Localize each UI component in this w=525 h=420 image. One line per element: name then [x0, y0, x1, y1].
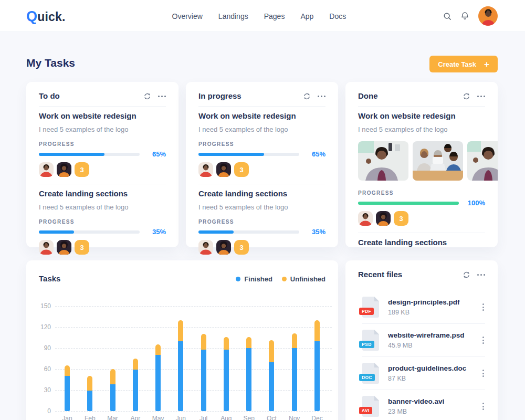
- file-row-doc[interactable]: DOC product-guidelines.doc 87 KB: [345, 357, 498, 390]
- progress-row: 100%: [358, 200, 485, 206]
- task-title: Work on website redesign: [358, 111, 485, 121]
- kebab-menu-icon[interactable]: [480, 301, 486, 313]
- bar-unfinished-apr: [133, 359, 138, 370]
- task-card[interactable]: Work on website redesign I need 5 exampl…: [345, 107, 498, 226]
- more-menu-icon[interactable]: [477, 272, 485, 278]
- main-nav: Overview Landings Pages App Docs: [172, 0, 346, 32]
- progress-label: PROGRESS: [358, 190, 485, 196]
- file-meta: product-guidelines.doc 87 KB: [388, 364, 480, 382]
- progress-percent: 65%: [307, 151, 326, 158]
- nav-item-app[interactable]: App: [300, 12, 313, 20]
- brand-logo-rest: uick.: [37, 10, 65, 24]
- avatar: [57, 240, 71, 255]
- progress-label: PROGRESS: [198, 219, 326, 225]
- progress-row: 35%: [198, 228, 326, 235]
- bar-unfinished-jun: [178, 320, 183, 341]
- kebab-menu-icon[interactable]: [480, 368, 486, 379]
- progress-percent: 35%: [307, 228, 326, 235]
- progress-row: 65%: [39, 151, 166, 158]
- extra-assignees-badge[interactable]: 3: [394, 211, 408, 226]
- avatar: [216, 240, 231, 255]
- sync-icon[interactable]: [463, 92, 470, 100]
- more-menu-icon[interactable]: [318, 93, 326, 99]
- bar-unfinished-dec: [314, 320, 320, 341]
- brand-logo[interactable]: Quick.: [26, 8, 66, 25]
- file-type-badge: PDF: [359, 308, 374, 316]
- x-axis-label: Apr: [126, 415, 145, 420]
- file-name: design-principles.pdf: [388, 298, 480, 306]
- nav-item-landings[interactable]: Landings: [218, 12, 248, 20]
- progress-fill: [198, 230, 234, 234]
- task-description: I need 5 examples of the logo: [198, 203, 326, 211]
- extra-assignees-badge[interactable]: 3: [75, 240, 89, 255]
- bar-finished-sep: [246, 348, 251, 411]
- gridline: [55, 390, 332, 391]
- nav-item-pages[interactable]: Pages: [264, 12, 285, 20]
- task-card[interactable]: Work on website redesign I need 5 exampl…: [26, 107, 178, 177]
- progress-percent: 100%: [466, 200, 485, 206]
- more-menu-icon[interactable]: [477, 93, 485, 99]
- task-card[interactable]: Work on website redesign I need 5 exampl…: [186, 107, 338, 177]
- column-header: Done: [345, 82, 498, 106]
- file-list: PDF design-principles.pdf 189 KB PSD web…: [345, 291, 498, 420]
- gridline: [55, 411, 332, 412]
- assignee-avatars: 3: [198, 240, 326, 255]
- file-size: 189 KB: [388, 309, 480, 316]
- bar-unfinished-oct: [269, 340, 274, 362]
- kebab-menu-icon[interactable]: [480, 334, 486, 346]
- x-axis-label: Dec: [308, 415, 327, 420]
- task-title: Work on website redesign: [39, 111, 166, 121]
- search-icon[interactable]: [443, 12, 452, 20]
- y-axis-tick: 0: [33, 407, 51, 415]
- bar-finished-may: [155, 355, 161, 411]
- file-meta: banner-video.avi 23 MB: [388, 397, 480, 415]
- file-type-badge: AVI: [359, 407, 372, 415]
- assignee-avatars: 3: [358, 211, 485, 226]
- progress-track: [198, 230, 299, 234]
- bar-unfinished-mar: [110, 369, 116, 384]
- task-card[interactable]: Create landing sections: [345, 233, 498, 247]
- bell-icon[interactable]: [460, 12, 469, 20]
- file-size: 23 MB: [388, 408, 480, 415]
- extra-assignees-badge[interactable]: 3: [234, 162, 249, 177]
- bar-unfinished-aug: [224, 337, 229, 350]
- file-row-pdf[interactable]: PDF design-principles.pdf 189 KB: [345, 291, 498, 323]
- more-menu-icon[interactable]: [158, 93, 166, 99]
- bar-finished-feb: [87, 391, 92, 411]
- avatar: [39, 240, 54, 255]
- progress-percent: 35%: [147, 228, 166, 235]
- user-avatar[interactable]: [478, 6, 498, 26]
- file-icon-doc: DOC: [362, 363, 379, 384]
- progress-track: [39, 230, 140, 234]
- file-name: website-wireframe.psd: [388, 331, 480, 339]
- files-header: Recent files: [345, 260, 498, 285]
- file-row-psd[interactable]: PSD website-wireframe.psd 45.9 MB: [345, 324, 498, 356]
- sync-icon[interactable]: [303, 92, 311, 100]
- bar-finished-jan: [65, 376, 70, 411]
- task-attachments: [345, 141, 498, 181]
- extra-assignees-badge[interactable]: 3: [75, 162, 89, 177]
- avatar: [198, 240, 213, 255]
- sync-icon[interactable]: [143, 92, 151, 100]
- progress-fill: [198, 153, 264, 156]
- x-axis-label: Feb: [80, 415, 99, 420]
- nav-item-docs[interactable]: Docs: [329, 12, 346, 20]
- task-title: Create landing sections: [198, 189, 326, 198]
- column-title: Done: [358, 91, 463, 101]
- file-row-avi[interactable]: AVI banner-video.avi 23 MB: [345, 390, 498, 420]
- app-screen: Quick. Overview Landings Pages App Docs …: [0, 0, 525, 420]
- bar-unfinished-jul: [201, 334, 206, 349]
- file-name: banner-video.avi: [388, 397, 480, 405]
- top-nav-bar: Quick. Overview Landings Pages App Docs: [0, 0, 525, 32]
- bar-finished-dec: [314, 341, 320, 411]
- progress-fill: [358, 202, 459, 205]
- create-task-button[interactable]: Create Task +: [429, 56, 498, 72]
- nav-item-overview[interactable]: Overview: [172, 12, 203, 20]
- extra-assignees-badge[interactable]: 3: [234, 240, 249, 255]
- sync-icon[interactable]: [463, 271, 470, 279]
- task-card[interactable]: Create landing sections I need 5 example…: [186, 184, 338, 255]
- avatar: [39, 162, 54, 177]
- plus-icon: +: [484, 60, 489, 69]
- task-card[interactable]: Create landing sections I need 5 example…: [26, 184, 178, 255]
- kebab-menu-icon[interactable]: [480, 401, 486, 412]
